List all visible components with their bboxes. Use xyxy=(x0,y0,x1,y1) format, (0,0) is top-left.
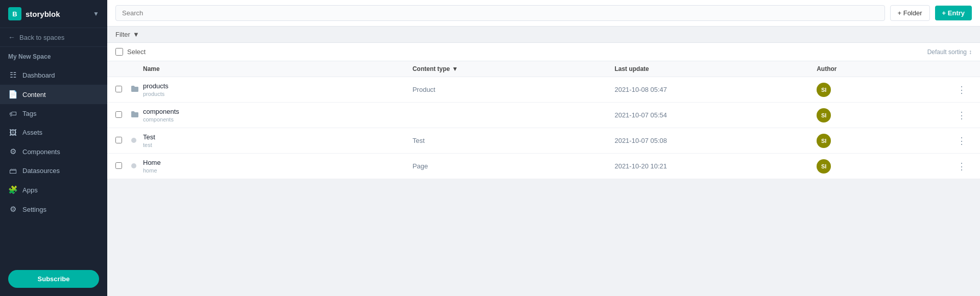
components-icon: ⚙ xyxy=(8,147,17,156)
content-area: Select Default sorting ↕ Name Content ty… xyxy=(107,43,980,296)
subscribe-button[interactable]: Subscribe xyxy=(8,270,99,288)
filter-label: Filter xyxy=(115,31,130,38)
subscribe-section: Subscribe xyxy=(0,262,107,296)
col-author-header: Author xyxy=(817,65,951,72)
col-name-header: Name xyxy=(143,65,413,72)
row-last-update-home: 2021-10-20 10:21 xyxy=(614,162,817,170)
tags-icon: 🏷 xyxy=(8,109,17,118)
sidebar-item-label-content: Content xyxy=(22,91,46,98)
add-folder-button[interactable]: + Folder xyxy=(890,5,930,21)
sidebar-item-settings[interactable]: ⚙ Settings xyxy=(0,200,107,219)
folder-icon-components xyxy=(131,110,143,120)
avatar-components: SI xyxy=(817,108,831,122)
row-name-components: components components xyxy=(143,108,413,122)
row-actions-products: ⋮ xyxy=(951,84,972,95)
row-author-products: SI xyxy=(817,83,951,97)
filter-chevron-icon: ▼ xyxy=(133,31,139,38)
svg-point-1 xyxy=(131,163,136,168)
back-arrow-icon: ← xyxy=(8,33,15,41)
sort-content-type-icon: ▼ xyxy=(452,65,458,72)
apps-icon: 🧩 xyxy=(8,185,17,194)
row-actions-test: ⋮ xyxy=(951,135,972,146)
sidebar-item-label-settings: Settings xyxy=(22,206,46,213)
sidebar-item-content[interactable]: 📄 Content xyxy=(0,85,107,104)
row-author-test: SI xyxy=(817,134,951,148)
sidebar-item-datasources[interactable]: 🗃 Datasources xyxy=(0,161,107,180)
avatar-home: SI xyxy=(817,159,831,174)
row-last-update-test: 2021-10-07 05:08 xyxy=(614,137,817,144)
sidebar-nav: ☷ Dashboard 📄 Content 🏷 Tags 🖼 Assets ⚙ … xyxy=(0,63,107,262)
table-row[interactable]: Home home Page 2021-10-20 10:21 SI ⋮ xyxy=(107,154,980,179)
avatar-products: SI xyxy=(817,83,831,97)
col-last-update-header: Last update xyxy=(614,65,817,72)
sidebar-item-tags[interactable]: 🏷 Tags xyxy=(0,104,107,123)
svg-point-0 xyxy=(131,138,136,143)
row-author-home: SI xyxy=(817,159,951,174)
back-to-spaces-link[interactable]: ← Back to spaces xyxy=(0,28,107,47)
assets-icon: 🖼 xyxy=(8,128,17,137)
row-name-test: Test test xyxy=(143,133,413,148)
row-menu-button-products[interactable]: ⋮ xyxy=(954,84,969,95)
row-checkbox-products[interactable] xyxy=(115,85,131,94)
sidebar-item-components[interactable]: ⚙ Components xyxy=(0,142,107,161)
default-sorting-label: Default sorting xyxy=(927,48,967,56)
select-all-checkbox[interactable] xyxy=(115,48,123,56)
row-checkbox-home[interactable] xyxy=(115,162,131,171)
row-content-type-test: Test xyxy=(413,137,615,144)
row-menu-button-test[interactable]: ⋮ xyxy=(954,135,969,146)
search-input[interactable] xyxy=(115,5,885,21)
row-author-components: SI xyxy=(817,108,951,122)
col-content-type-label: Content type xyxy=(413,65,450,72)
datasources-icon: 🗃 xyxy=(8,166,17,175)
sidebar-item-label-components: Components xyxy=(22,148,60,156)
back-to-spaces-label: Back to spaces xyxy=(19,34,64,41)
folder-icon-products xyxy=(131,85,143,94)
row-name-home: Home home xyxy=(143,159,413,174)
row-actions-components: ⋮ xyxy=(951,110,972,121)
sidebar-item-dashboard[interactable]: ☷ Dashboard xyxy=(0,65,107,85)
settings-icon: ⚙ xyxy=(8,205,17,214)
row-menu-button-home[interactable]: ⋮ xyxy=(954,161,969,172)
avatar-test: SI xyxy=(817,134,831,148)
sidebar-item-label-assets: Assets xyxy=(22,129,42,136)
column-headers: Name Content type ▼ Last update Author xyxy=(107,61,980,77)
sidebar-item-label-datasources: Datasources xyxy=(22,167,60,175)
row-actions-home: ⋮ xyxy=(951,161,972,172)
filter-button[interactable]: Filter ▼ xyxy=(115,31,139,38)
main-content: + Folder + Entry Filter ▼ Select Default… xyxy=(107,0,980,296)
chevron-down-icon: ▼ xyxy=(93,10,99,17)
sidebar-item-assets[interactable]: 🖼 Assets xyxy=(0,123,107,142)
row-content-type-home: Page xyxy=(413,162,615,170)
dashboard-icon: ☷ xyxy=(8,70,17,80)
top-bar: + Folder + Entry xyxy=(107,0,980,27)
sidebar-item-label-apps: Apps xyxy=(22,186,38,194)
default-sorting-button[interactable]: Default sorting ↕ xyxy=(927,48,972,56)
sidebar-item-label-tags: Tags xyxy=(22,110,36,117)
row-menu-button-components[interactable]: ⋮ xyxy=(954,110,969,121)
filter-bar: Filter ▼ xyxy=(107,27,980,43)
space-name: My New Space xyxy=(0,47,107,63)
sidebar-header: B storyblok ▼ xyxy=(0,0,107,28)
table-row[interactable]: products products Product 2021-10-08 05:… xyxy=(107,77,980,103)
col-content-type-header[interactable]: Content type ▼ xyxy=(413,65,615,72)
table-row[interactable]: components components 2021-10-07 05:54 S… xyxy=(107,103,980,128)
row-checkbox-test[interactable] xyxy=(115,136,131,145)
page-icon-home xyxy=(131,162,143,170)
sort-icon: ↕ xyxy=(969,48,972,56)
app-name: storyblok xyxy=(26,10,89,18)
sidebar-logo: B xyxy=(8,7,21,20)
table-header-row: Select Default sorting ↕ xyxy=(107,43,980,61)
row-last-update-products: 2021-10-08 05:47 xyxy=(614,86,817,93)
sidebar-item-apps[interactable]: 🧩 Apps xyxy=(0,180,107,200)
content-icon: 📄 xyxy=(8,90,17,99)
page-icon-test xyxy=(131,136,143,145)
row-content-type-products: Product xyxy=(413,86,615,93)
content-table: Select Default sorting ↕ Name Content ty… xyxy=(107,43,980,179)
select-label: Select xyxy=(127,48,927,56)
row-checkbox-components[interactable] xyxy=(115,111,131,120)
row-name-products: products products xyxy=(143,82,413,97)
table-row[interactable]: Test test Test 2021-10-07 05:08 SI ⋮ xyxy=(107,128,980,154)
add-entry-button[interactable]: + Entry xyxy=(935,6,972,20)
sidebar-item-label-dashboard: Dashboard xyxy=(22,71,55,79)
row-last-update-components: 2021-10-07 05:54 xyxy=(614,111,817,119)
